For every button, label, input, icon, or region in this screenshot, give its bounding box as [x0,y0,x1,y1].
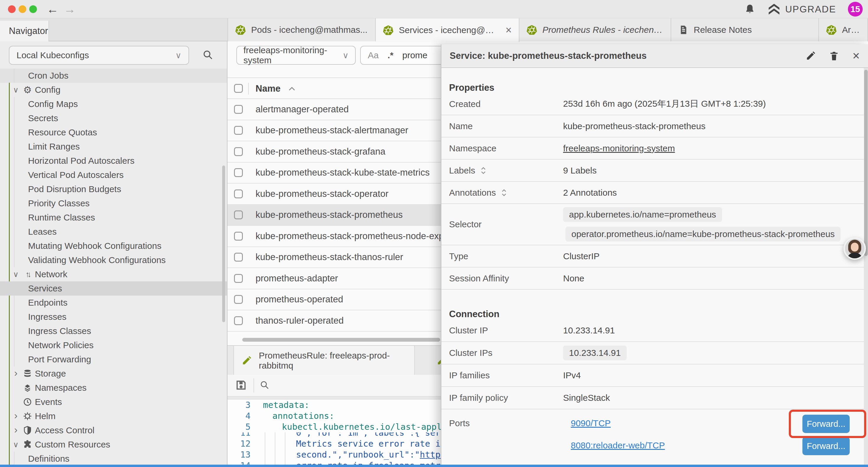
forward-button[interactable]: Forward... [802,415,850,433]
sidebar-item-services[interactable]: Services [0,282,227,296]
notification-count-badge[interactable]: 15 [848,2,863,17]
row-checkbox[interactable] [234,232,243,241]
service-name: kube-prometheus-stack-alertmanager [255,125,408,136]
row-checkbox[interactable] [234,147,243,156]
match-case-toggle[interactable]: Aa [368,50,379,60]
sidebar-item-definitions[interactable]: Definitions [0,451,227,466]
service-name: prometheus-adapter [255,273,338,284]
port-link[interactable]: 9090/TCP [571,418,611,428]
row-checkbox[interactable] [234,168,243,177]
property-label-text: Labels [449,166,475,176]
sidebar-item-mutating-webhook-configurations[interactable]: Mutating Webhook Configurations [0,239,227,253]
sidebar-item-config-maps[interactable]: Config Maps [0,97,227,111]
sidebar-item-vertical-pod-autoscalers[interactable]: Vertical Pod Autoscalers [0,168,227,182]
tab-0[interactable]: Pods - icecheng@mathmas... [228,18,376,41]
row-checkbox[interactable] [234,105,243,114]
kubeconfig-selector[interactable]: Local Kubeconfigs ∨ [9,46,189,65]
sidebar-item-validating-webhook-configurations[interactable]: Validating Webhook Configurations [0,253,227,267]
shield-icon [22,426,33,435]
sidebar-item-horizontal-pod-autoscalers[interactable]: Horizontal Pod Autoscalers [0,154,227,168]
tab-2[interactable]: Prometheus Rules - icecheng... [519,18,671,41]
detail-title: Service: kube-prometheus-stack-prometheu… [450,51,647,61]
forward-button[interactable]: → [64,1,75,17]
sidebar-item-leases[interactable]: Leases [0,225,227,239]
sidebar-item-config[interactable]: ∨⚙Config [0,83,227,97]
service-name: prometheus-operated [255,294,343,305]
sidebar-item-namespaces[interactable]: Namespaces [0,381,227,395]
sidebar-item-priority-classes[interactable]: Priority Classes [0,196,227,210]
back-button[interactable]: ← [47,1,59,17]
sidebar-item-custom-resources[interactable]: ∨Custom Resources [0,437,227,451]
sidebar-item-network[interactable]: ∨↑↓ Network [0,267,227,282]
select-all-checkbox[interactable] [234,84,243,93]
sidebar-item-limit-ranges[interactable]: Limit Ranges [0,140,227,154]
chevron-down-icon[interactable]: ∨ [13,85,22,95]
edit-icon[interactable] [806,51,816,61]
sidebar-item-events[interactable]: Events [0,395,227,409]
property-row-ip-family-policy: IP family policySingleStack [441,387,864,409]
minimize-window-button[interactable] [19,5,26,13]
close-window-button[interactable] [8,5,16,13]
horizontal-scrollbar[interactable] [242,338,440,342]
kubeconfig-selector-value: Local Kubeconfigs [17,50,89,60]
sidebar-item-secrets[interactable]: Secrets [0,111,227,125]
line-number: 11 [227,432,251,438]
row-checkbox[interactable] [234,274,243,283]
close-icon[interactable]: × [852,50,860,62]
row-checkbox[interactable] [234,126,243,135]
detail-scrollbar-track[interactable] [864,68,868,467]
sidebar-item-cron-jobs[interactable]: Cron Jobs [0,68,227,83]
sidebar-item-resource-quotas[interactable]: Resource Quotas [0,125,227,140]
chevron-down-icon[interactable]: ∨ [13,440,22,449]
indent-guides [263,460,296,465]
row-checkbox[interactable] [234,253,243,262]
row-checkbox[interactable] [234,210,243,219]
sidebar-item-network-policies[interactable]: Network Policies [0,338,227,352]
tab-label: Prometheus Rules - icecheng... [542,25,663,35]
navigator-tab[interactable]: Navigator [0,21,49,41]
regex-toggle[interactable]: .* [388,50,394,60]
indent-guides [263,432,296,438]
close-tab-icon[interactable]: × [505,24,512,36]
notifications-bell-icon[interactable] [744,3,756,15]
sidebar-item-endpoints[interactable]: Endpoints [0,296,227,310]
sort-updown-icon[interactable] [480,166,487,175]
sidebar-item-ingresses[interactable]: Ingresses [0,310,227,324]
avatar[interactable] [843,237,866,260]
sort-updown-icon[interactable] [500,188,507,197]
forward-button[interactable]: Forward... [802,437,850,455]
save-icon[interactable] [235,379,247,391]
sidebar-item-label: Resource Quotas [28,127,97,138]
zoom-window-button[interactable] [29,5,37,13]
sidebar-item-label: Ingresses [28,312,66,322]
sidebar-item-ingress-classes[interactable]: Ingress Classes [0,324,227,338]
sidebar-item-runtime-classes[interactable]: Runtime Classes [0,210,227,225]
detail-scrollbar-thumb[interactable] [864,70,868,256]
editor-search-icon[interactable] [259,380,270,390]
namespace-filter-select[interactable]: freeleaps-monitoring-system ∨ [236,46,356,65]
tab-4[interactable]: Argo Se [819,18,868,41]
name-column-header[interactable]: Name [255,83,296,94]
port-link[interactable]: 8080:reloader-web/TCP [571,440,665,450]
upgrade-button[interactable]: UPGRADE [768,3,836,15]
editor-tab-prometheusrule[interactable]: PrometheusRule: freeleaps-prod-rabbitmq [234,346,415,375]
chevron-down-icon[interactable]: ∨ [13,270,22,279]
row-checkbox[interactable] [234,316,243,325]
ports-row: Ports 9090/TCPForward...8080:reloader-we… [441,409,864,466]
sidebar-item-access-control[interactable]: ›Access Control [0,423,227,437]
row-checkbox[interactable] [234,189,243,198]
sidebar-item-pod-disruption-budgets[interactable]: Pod Disruption Budgets [0,182,227,196]
sidebar-item-storage[interactable]: ›Storage [0,367,227,381]
sidebar-search-icon[interactable] [202,49,213,60]
sidebar-item-helm[interactable]: ›Helm [0,409,227,423]
property-value: 2 Annotations [563,188,617,198]
sidebar-scrollbar[interactable] [222,166,225,322]
toolbar-divider [253,378,254,392]
row-checkbox[interactable] [234,295,243,304]
delete-icon[interactable] [829,50,839,61]
sidebar-item-port-forwarding[interactable]: Port Forwarding [0,352,227,367]
namespace-link[interactable]: freeleaps-monitoring-system [563,143,675,153]
tab-3[interactable]: Release Notes [671,18,819,41]
sidebar-item-label: Leases [28,227,57,237]
tab-1[interactable]: Services - icecheng@math...× [376,18,519,42]
